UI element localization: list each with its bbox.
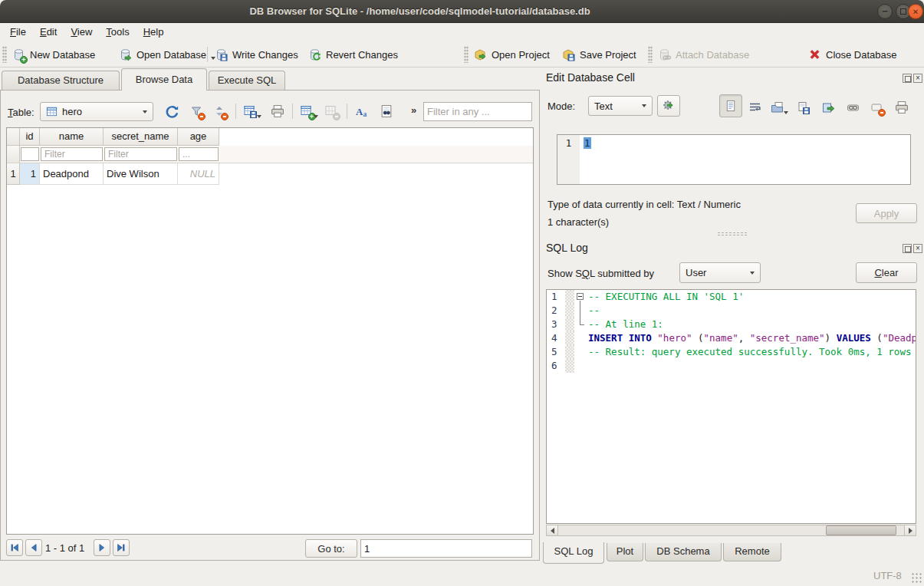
editor-line-number: 1 — [557, 135, 580, 184]
minimize-button[interactable]: − — [877, 4, 893, 19]
tab-execute-sql[interactable]: Execute SQL — [209, 71, 285, 90]
dock-tab-sql-log[interactable]: SQL Log — [543, 542, 604, 564]
clear-sort-button[interactable] — [210, 102, 229, 120]
delete-record-icon — [325, 105, 338, 118]
toolbar-drag-handle-2[interactable] — [464, 46, 469, 63]
revert-changes-button[interactable]: Revert Changes — [308, 47, 398, 62]
last-page-button[interactable] — [113, 539, 130, 556]
close-log-panel-button[interactable]: × — [913, 244, 922, 253]
tab-browse-data[interactable]: Browse Data — [121, 68, 207, 91]
column-header-secret-name[interactable]: secret_name — [104, 128, 178, 146]
delete-record-button — [322, 102, 340, 120]
save-table-button[interactable] — [241, 102, 259, 120]
copy-link-button[interactable] — [843, 98, 862, 117]
previous-page-button[interactable] — [25, 539, 42, 556]
menu-help[interactable]: Help — [136, 25, 171, 39]
sql-log-view[interactable]: 1-- EXECUTING ALL IN 'SQL 1'2--3-- At li… — [546, 289, 916, 524]
dock-tab-db-schema[interactable]: DB Schema — [645, 543, 722, 561]
goto-button[interactable]: Go to: — [305, 539, 357, 558]
font-button[interactable]: Aa — [353, 102, 371, 120]
close-button[interactable]: ✕ — [908, 4, 923, 19]
word-wrap-button[interactable] — [745, 98, 764, 117]
export-to-file-button[interactable] — [794, 98, 812, 117]
goto-input[interactable] — [360, 539, 532, 558]
toolbar-drag-handle-3[interactable] — [648, 46, 653, 63]
close-panel-button[interactable]: × — [913, 74, 922, 83]
panel-splitter-handle[interactable] — [717, 232, 748, 236]
open-in-external-button[interactable] — [819, 98, 837, 117]
mode-dropdown[interactable]: Text — [588, 96, 653, 116]
open-database-button[interactable]: Open Database — [119, 47, 215, 62]
toolbar-overflow-chevron[interactable]: » — [411, 104, 416, 116]
pagination-range: 1 - 1 of 1 — [45, 542, 84, 554]
sql-log-line: 1-- EXECUTING ALL IN 'SQL 1' — [547, 290, 916, 304]
log-horizontal-scrollbar[interactable] — [546, 525, 916, 536]
fold-marker-icon[interactable] — [574, 290, 587, 304]
column-header-name[interactable]: name — [40, 128, 104, 146]
first-page-button[interactable] — [6, 539, 23, 556]
cell-name[interactable]: Deadpond — [40, 163, 104, 185]
apply-button: Apply — [856, 203, 917, 223]
cell-editor[interactable]: 1 1 — [557, 134, 911, 185]
scroll-right-icon — [909, 528, 912, 534]
previous-page-icon — [28, 542, 39, 553]
column-header-id[interactable]: id — [20, 128, 40, 146]
dock-tab-plot[interactable]: Plot — [607, 543, 643, 561]
menu-edit[interactable]: Edit — [33, 25, 64, 39]
new-record-button[interactable]: + — [298, 102, 316, 120]
row-number[interactable]: 1 — [7, 163, 20, 185]
document-icon — [725, 100, 737, 112]
filter-input-age[interactable] — [179, 147, 219, 161]
filter-input-secret-name[interactable] — [104, 147, 177, 161]
tab-database-structure[interactable]: Database Structure — [2, 71, 120, 90]
float-log-panel-button[interactable] — [903, 244, 912, 253]
print-cell-button[interactable] — [893, 98, 911, 117]
write-changes-button[interactable]: Write Changes — [215, 47, 298, 62]
save-table-dropdown-caret[interactable] — [257, 115, 261, 118]
next-page-button[interactable] — [94, 539, 110, 556]
scrollbar-thumb[interactable] — [826, 525, 896, 535]
menu-tools[interactable]: Tools — [99, 25, 136, 39]
refresh-table-button[interactable] — [163, 102, 181, 120]
scroll-left-button[interactable] — [547, 525, 558, 535]
sql-log-line: 6 — [547, 359, 916, 373]
column-header-age[interactable]: age — [178, 128, 219, 146]
text-mode-button[interactable] — [719, 94, 742, 117]
filter-input-id[interactable] — [21, 147, 39, 161]
resize-grip[interactable] — [911, 572, 922, 583]
close-icon: ✕ — [912, 8, 919, 16]
find-in-table-button[interactable] — [377, 102, 396, 120]
clear-sort-icon — [213, 105, 226, 118]
print-table-button[interactable] — [268, 102, 287, 120]
set-null-button[interactable] — [867, 98, 886, 117]
attach-database-icon — [658, 48, 671, 61]
editor-selected-text: 1 — [584, 137, 591, 149]
new-database-button[interactable]: + New Database — [12, 47, 95, 62]
clear-filters-button[interactable] — [187, 102, 206, 120]
auto-apply-button[interactable] — [657, 95, 680, 117]
filter-any-input[interactable] — [423, 102, 532, 121]
write-changes-icon — [215, 48, 228, 61]
import-from-file-button[interactable] — [768, 98, 786, 117]
cell-secret-name[interactable]: Dive Wilson — [104, 163, 178, 185]
dock-tab-remote[interactable]: Remote — [723, 543, 781, 561]
word-wrap-icon — [748, 101, 761, 114]
toolbar-drag-handle[interactable] — [2, 46, 7, 63]
import-dropdown-caret[interactable] — [784, 111, 788, 114]
save-project-button[interactable]: Save Project — [562, 47, 636, 62]
filter-input-name[interactable] — [41, 147, 103, 161]
close-database-button[interactable]: Close Database — [808, 47, 897, 62]
clear-log-button[interactable]: Clear — [856, 262, 917, 283]
table-selector-dropdown[interactable]: hero — [40, 102, 153, 121]
new-record-dropdown-caret[interactable] — [314, 115, 318, 118]
scroll-right-button[interactable] — [904, 525, 916, 535]
menu-view[interactable]: View — [64, 25, 99, 39]
refresh-icon — [164, 104, 179, 119]
show-sql-dropdown[interactable]: User — [679, 262, 761, 283]
cell-id[interactable]: 1 — [20, 163, 40, 185]
mode-label: Mode: — [547, 100, 575, 112]
menu-file[interactable]: File — [3, 25, 33, 39]
cell-age[interactable]: NULL — [178, 163, 219, 185]
open-project-button[interactable]: Open Project — [474, 47, 550, 62]
float-panel-button[interactable] — [903, 74, 912, 83]
